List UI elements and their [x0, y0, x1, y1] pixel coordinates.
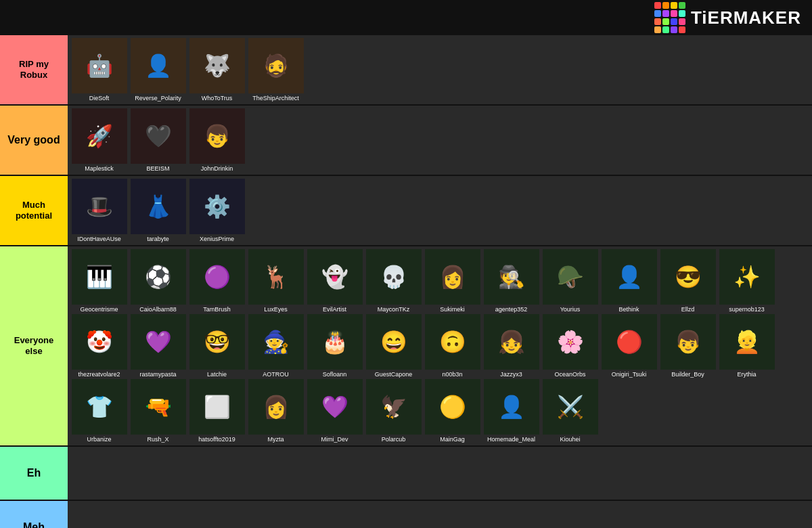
tier-label-muchpotential: Much potential — [0, 176, 68, 245]
avatar-name: Jazzyx3 — [482, 371, 540, 378]
avatar-item: 🖤BEEISM — [129, 108, 187, 172]
avatar-item: 🧔TheShipArchitect — [247, 38, 304, 102]
avatar-name: LuxEyes — [247, 306, 304, 313]
avatar-name: DieSoft — [70, 95, 128, 102]
avatar-figure: 🚀 — [72, 108, 127, 164]
avatar-item: 🐺WhoToTrus — [188, 38, 246, 102]
avatar-name: hatsoffto2019 — [188, 436, 246, 443]
avatar-figure: ⚔️ — [543, 379, 598, 435]
tier-row-verygood: Very good🚀Maplestick🖤BEEISM👦JohnDrinkin — [0, 106, 812, 176]
avatar-item: 🤖DieSoft — [70, 38, 128, 102]
logo-cell — [662, 2, 669, 9]
avatar-figure: 🟡 — [425, 379, 480, 435]
avatar-name: Urbanize — [70, 436, 128, 443]
avatar-item: 😎Ellzd — [659, 249, 717, 313]
avatar-name: EvilArtist — [306, 306, 363, 313]
avatar-name: GuestCapone — [365, 371, 422, 378]
avatar-item: ⚙️XeniusPrime — [188, 179, 246, 242]
avatar-item: 💀MayconTKz — [365, 249, 422, 313]
avatar-name: Ellzd — [659, 306, 717, 313]
avatar-item: ✨supernob123 — [718, 249, 775, 313]
tier-label-meh: Meh — [0, 501, 68, 528]
avatar-name: Myzta — [247, 436, 304, 443]
avatar-name: CaioAlbarn88 — [129, 306, 187, 313]
avatar-name: Rush_X — [129, 436, 187, 443]
avatar-figure: 👤 — [484, 379, 539, 435]
avatar-item: ⬜hatsoffto2019 — [188, 379, 246, 443]
tier-row-meh: Meh — [0, 501, 812, 528]
avatar-figure: 💜 — [307, 379, 363, 435]
avatar-name: Yourius — [541, 306, 599, 313]
tier-content-meh — [68, 501, 812, 528]
avatar-figure: 🦌 — [248, 249, 304, 305]
avatar-name: OceanOrbs — [541, 371, 599, 378]
avatar-item: 🙃n00b3n — [424, 314, 481, 378]
avatar-item: 👦Builder_Boy — [659, 314, 717, 378]
avatar-name: IDontHaveAUse — [70, 236, 128, 242]
tier-row-rip: RIP my Robux🤖DieSoft👤Reverse_Polarity🐺Wh… — [0, 35, 812, 106]
avatar-figure: 🟣 — [189, 249, 245, 305]
avatar-name: Mimi_Dev — [306, 436, 363, 443]
logo-cell — [671, 2, 677, 9]
avatar-name: supernob123 — [718, 306, 775, 313]
avatar-item: 🌸OceanOrbs — [541, 314, 599, 378]
tier-label-eh: Eh — [0, 447, 68, 500]
page-wrapper: TiERMAKER RIP my Robux🤖DieSoft👤Reverse_P… — [0, 0, 812, 528]
avatar-name: XeniusPrime — [188, 236, 246, 242]
avatar-figure: 👤 — [131, 38, 186, 93]
logo-cell — [679, 26, 685, 33]
avatar-figure: 🧙 — [248, 314, 304, 370]
avatar-figure: 🎩 — [72, 179, 127, 234]
avatar-figure: 🔫 — [131, 379, 186, 435]
avatar-figure: 🐺 — [189, 38, 245, 93]
avatar-name: Bethink — [600, 306, 658, 313]
tier-content-muchpotential: 🎩IDontHaveAUse👗tarabyte⚙️XeniusPrime — [68, 176, 812, 245]
avatar-item: 👦JohnDrinkin — [188, 108, 246, 172]
avatar-item: 👤Bethink — [600, 249, 658, 313]
avatar-figure: ⚙️ — [189, 179, 245, 234]
logo-cell — [671, 10, 677, 17]
avatar-item: 💜Mimi_Dev — [306, 379, 363, 443]
avatar-figure: 🧔 — [248, 38, 304, 93]
logo-cell — [671, 18, 677, 25]
tier-content-everyone: 🎹Geocentrisme⚽CaioAlbarn88🟣TamBrush🦌LuxE… — [68, 246, 812, 445]
avatar-name: tarabyte — [129, 236, 187, 242]
avatar-name: rastamypasta — [129, 371, 187, 378]
avatar-figure: ✨ — [719, 249, 775, 305]
logo-cell — [679, 10, 685, 17]
avatar-figure: 👤 — [602, 249, 657, 305]
avatar-item: 👩Sukimeki — [424, 249, 481, 313]
logo-cell — [662, 10, 669, 17]
avatar-name: Sofloann — [306, 371, 363, 378]
logo-cell — [679, 18, 685, 25]
avatar-item: 🟣TamBrush — [188, 249, 246, 313]
avatar-name: Reverse_Polarity — [129, 95, 187, 102]
tier-row-everyone: Everyone else🎹Geocentrisme⚽CaioAlbarn88🟣… — [0, 246, 812, 447]
avatar-item: 👱Erythia — [718, 314, 775, 378]
avatar-figure: 😄 — [366, 314, 422, 370]
logo-cell — [654, 10, 661, 17]
avatar-figure: 👦 — [660, 314, 716, 370]
avatar-item: 👧Jazzyx3 — [482, 314, 540, 378]
logo-cell — [654, 26, 661, 33]
tier-content-verygood: 🚀Maplestick🖤BEEISM👦JohnDrinkin — [68, 106, 812, 175]
avatar-figure: 🎂 — [307, 314, 363, 370]
avatar-figure: 👱 — [719, 314, 775, 370]
avatar-item: 🎩IDontHaveAUse — [70, 179, 128, 242]
avatar-figure: 🎹 — [72, 249, 127, 305]
avatar-figure: 🤓 — [189, 314, 245, 370]
avatar-item: 🤓Latchie — [188, 314, 246, 378]
logo-cell — [654, 18, 661, 25]
avatar-name: TamBrush — [188, 306, 246, 313]
avatar-item: ⚔️Kiouhei — [541, 379, 599, 443]
logo-area: TiERMAKER — [654, 2, 801, 33]
logo-cell — [654, 2, 661, 9]
avatar-name: thezreatvolare2 — [70, 371, 128, 378]
logo-cell — [679, 2, 685, 9]
logo-cell — [662, 18, 669, 25]
avatar-name: Geocentrisme — [70, 306, 128, 313]
logo-cell — [662, 26, 669, 33]
avatar-figure: 💀 — [366, 249, 422, 305]
avatar-figure: 👧 — [484, 314, 539, 370]
avatar-item: ⚽CaioAlbarn88 — [129, 249, 187, 313]
